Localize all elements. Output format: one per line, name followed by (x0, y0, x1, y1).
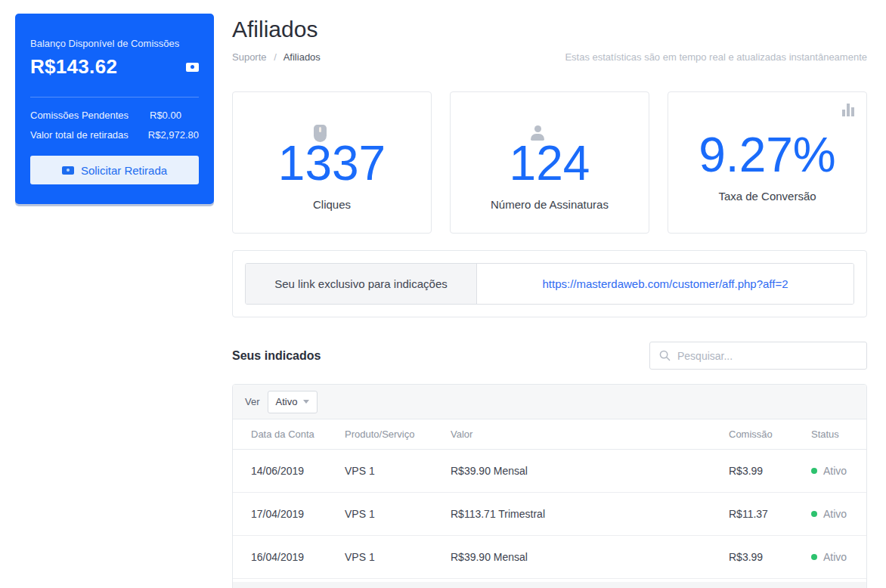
banknote-icon (186, 63, 199, 72)
referrals-title: Seus indicados (232, 349, 321, 363)
cell-commission: R$11.37 (729, 508, 811, 520)
cell-date: 14/06/2019 (251, 465, 345, 477)
cell-commission: R$3.99 (729, 551, 811, 563)
cell-date: 17/04/2019 (251, 508, 345, 520)
breadcrumb-separator: / (274, 51, 277, 63)
status-badge: Ativo (811, 508, 866, 520)
status-filter-value: Ativo (276, 396, 298, 407)
stat-card-clicks: 1337 Cliques (232, 91, 432, 234)
chevron-down-icon (303, 400, 309, 404)
cell-date: 16/04/2019 (251, 551, 345, 563)
table-footer (233, 582, 866, 588)
table-row: 17/04/2019 VPS 1 R$113.71 Trimestral R$1… (233, 493, 866, 536)
divider (30, 97, 199, 97)
clicks-value: 1337 (278, 139, 386, 187)
status-dot-icon (811, 511, 817, 517)
table-header-row: Data da Conta Produto/Serviço Valor Comi… (233, 419, 866, 450)
person-icon (531, 125, 544, 142)
realtime-stats-note: Estas estatísticas são em tempo real e a… (565, 51, 867, 63)
search-icon (659, 350, 671, 361)
referral-link-label: Seu link exclusivo para indicações (246, 264, 477, 304)
banknote-icon (62, 166, 74, 175)
cell-product: VPS 1 (345, 551, 451, 563)
status-dot-icon (811, 554, 817, 560)
bar-chart-icon (842, 103, 854, 116)
table-row: 16/04/2019 VPS 1 R$39.90 Mensal R$3.99 A… (233, 536, 866, 579)
signups-label: Número de Assinaturas (491, 198, 609, 211)
filter-label: Ver (245, 396, 260, 407)
status-text: Ativo (823, 465, 847, 477)
breadcrumb: Suporte / Afiliados (232, 51, 321, 63)
commission-balance-card: Balanço Disponível de Comissões R$143.62… (15, 14, 214, 204)
status-dot-icon (811, 468, 817, 474)
pending-commissions-value: R$0.00 (150, 110, 181, 121)
cell-commission: R$3.99 (729, 465, 811, 477)
page-title: Afiliados (232, 17, 867, 42)
pending-commissions-label: Comissões Pendentes (30, 110, 150, 121)
col-status: Status (811, 429, 866, 440)
clicks-label: Cliques (313, 198, 351, 211)
breadcrumb-afiliados: Afiliados (283, 51, 321, 63)
balance-label: Balanço Disponível de Comissões (30, 38, 199, 49)
total-withdrawn-value: R$2,972.80 (148, 129, 199, 141)
stat-card-conversion: 9.27% Taxa de Conversão (668, 91, 867, 234)
cell-value: R$39.90 Mensal (451, 465, 729, 477)
mouse-icon (314, 125, 327, 142)
referrals-table: Ver Ativo Data da Conta Produto/Serviço … (232, 384, 867, 588)
cell-product: VPS 1 (345, 508, 451, 520)
status-text: Ativo (823, 508, 847, 520)
balance-amount: R$143.62 (30, 55, 117, 79)
status-filter-select[interactable]: Ativo (268, 391, 318, 413)
conversion-label: Taxa de Conversão (718, 190, 816, 203)
conversion-value: 9.27% (699, 131, 835, 179)
request-withdrawal-label: Solicitar Retirada (81, 164, 167, 177)
col-product: Produto/Serviço (345, 429, 451, 440)
table-row: 14/06/2019 VPS 1 R$39.90 Mensal R$3.99 A… (233, 450, 866, 493)
status-badge: Ativo (811, 465, 866, 477)
cell-value: R$113.71 Trimestral (451, 508, 729, 520)
status-badge: Ativo (811, 551, 866, 563)
cell-value: R$39.90 Mensal (451, 551, 729, 563)
referral-link-url[interactable]: https://masterdaweb.com/customer/aff.php… (542, 277, 788, 290)
cell-product: VPS 1 (345, 465, 451, 477)
request-withdrawal-button[interactable]: Solicitar Retirada (30, 156, 199, 184)
total-withdrawn-label: Valor total de retiradas (30, 129, 148, 141)
status-text: Ativo (823, 551, 847, 563)
search-input[interactable] (677, 350, 857, 362)
col-commission: Comissão (729, 429, 811, 440)
col-date: Data da Conta (251, 429, 345, 440)
referral-link-card: Seu link exclusivo para indicações https… (232, 250, 867, 317)
stat-card-signups: 124 Número de Assinaturas (450, 91, 649, 234)
breadcrumb-suporte[interactable]: Suporte (232, 51, 267, 63)
stats-row: 1337 Cliques 124 Número de Assinaturas 9… (232, 91, 867, 234)
referral-link-field: https://masterdaweb.com/customer/aff.php… (477, 264, 853, 304)
search-box[interactable] (649, 342, 867, 370)
signups-value: 124 (510, 139, 590, 187)
col-value: Valor (451, 429, 729, 440)
